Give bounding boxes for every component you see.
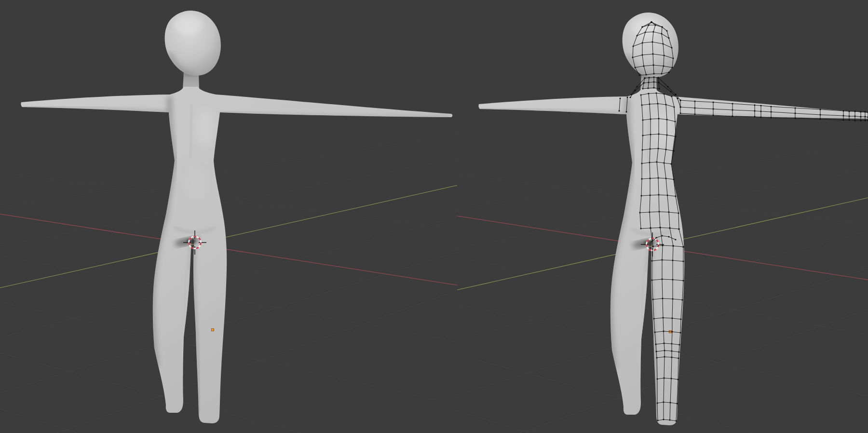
viewport-edit-mode[interactable] (457, 0, 868, 433)
viewport-object-mode[interactable] (0, 0, 457, 433)
blender-3d-viewport (0, 0, 868, 433)
